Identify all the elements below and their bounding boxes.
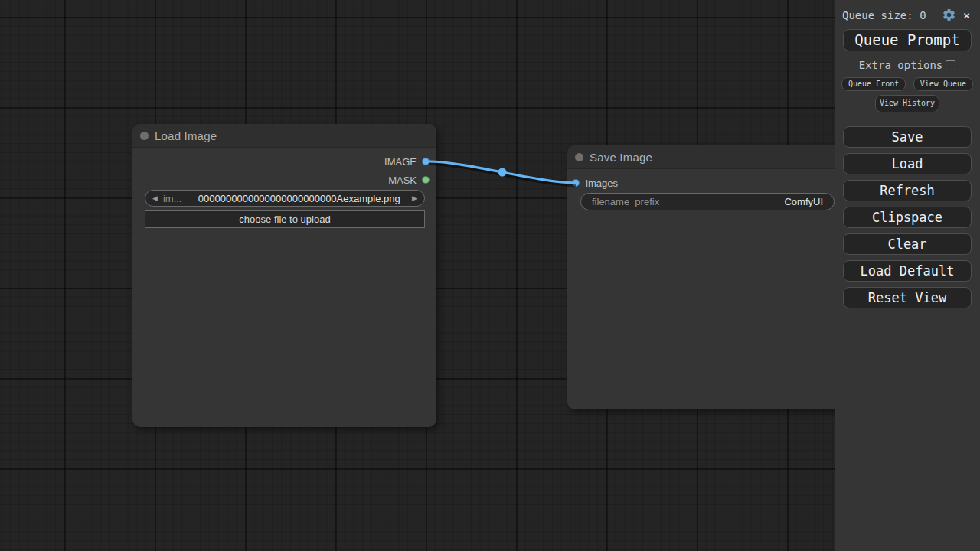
node-title: Save Image [590,151,652,164]
node-load-image-titlebar[interactable]: Load Image [132,124,436,148]
node-save-image[interactable]: Save Image images filename_prefix ComfyU… [567,145,846,409]
clear-button[interactable]: Clear [843,233,972,255]
load-default-button[interactable]: Load Default [843,260,972,282]
output-dot-mask[interactable] [422,176,430,184]
combo-widget-label: im... [163,193,182,204]
view-history-button[interactable]: View History [875,95,939,112]
choose-file-button[interactable]: choose file to upload [145,210,425,228]
refresh-button[interactable]: Refresh [843,180,972,201]
load-button[interactable]: Load [843,153,972,174]
output-label-mask: MASK [388,174,416,186]
extra-options-label: Extra options [859,59,943,71]
filename-prefix-widget[interactable]: filename_prefix ComfyUI [580,193,835,210]
comfy-menu: Queue size: 0 ✕ Queue Prompt Extra optio… [835,0,980,551]
output-label-image: IMAGE [384,156,416,168]
combo-next-icon[interactable]: ▶ [412,195,417,202]
clipspace-button[interactable]: Clipspace [843,207,972,228]
image-combo-widget[interactable]: ◀ im... 0000000000000000000000000Aexampl… [145,190,425,207]
view-queue-button[interactable]: View Queue [913,77,973,91]
menu-button-list: Save Load Refresh Clipspace Clear Load D… [835,126,980,308]
filename-prefix-label: filename_prefix [592,196,659,207]
filename-prefix-value: ComfyUI [784,196,823,207]
node-collapse-dot[interactable] [140,132,149,140]
combo-widget-value: 0000000000000000000000000Aexample.png [186,193,412,204]
input-slot-images: images [572,177,618,189]
node-collapse-dot[interactable] [575,153,583,161]
node-title: Load Image [155,129,217,142]
node-save-image-titlebar[interactable]: Save Image [567,145,846,169]
queue-controls-row: Queue Front View Queue [841,77,973,91]
output-slot-mask: MASK [388,174,430,186]
settings-gear-icon[interactable] [942,8,956,22]
input-label-images: images [586,178,618,189]
output-slot-image: IMAGE [384,155,430,168]
reset-view-button[interactable]: Reset View [843,287,972,308]
extra-options-row: Extra options [835,59,980,71]
menu-header: Queue size: 0 ✕ [835,0,980,24]
combo-prev-icon[interactable]: ◀ [152,195,158,202]
input-dot-images[interactable] [572,179,580,187]
queue-size-label: Queue size: 0 [842,9,937,21]
node-load-image[interactable]: Load Image IMAGE MASK ◀ im... 0000000000… [132,124,436,427]
close-icon[interactable]: ✕ [961,8,972,22]
extra-options-checkbox[interactable] [946,60,956,70]
queue-prompt-button[interactable]: Queue Prompt [843,29,972,51]
output-dot-image[interactable] [422,158,430,165]
queue-front-button[interactable]: Queue Front [841,77,906,91]
save-button[interactable]: Save [843,126,972,148]
